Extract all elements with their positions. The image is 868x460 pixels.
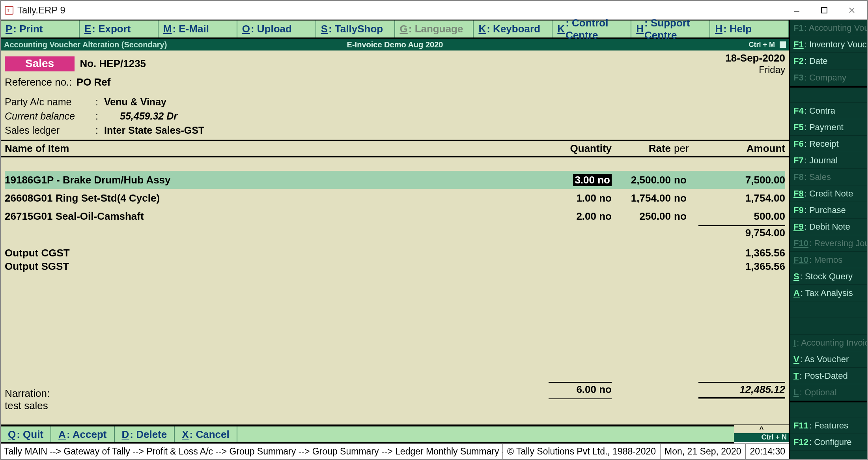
balance-label: Current balance [5, 109, 95, 123]
fkey-blank [790, 401, 867, 417]
calculator-caret[interactable]: ^ [734, 425, 789, 433]
voucher-day: Friday [725, 64, 785, 75]
sales-ledger-label: Sales ledger [5, 123, 95, 137]
statusbar: Tally MAIN --> Gateway of Tally --> Prof… [1, 443, 789, 459]
tax-row[interactable]: Output SGST1,365.56 [5, 260, 785, 273]
status-time: 20:14:30 [745, 444, 789, 459]
sales-ledger-value[interactable]: Inter State Sales-GST [104, 123, 204, 137]
item-rate[interactable]: 2,500.00 [612, 174, 671, 186]
action-delete[interactable]: D: Delete [115, 426, 175, 442]
fkey-f9debitnote[interactable]: F9: Debit Note [790, 219, 867, 235]
menu-tallyshop[interactable]: S: TallyShop [316, 21, 395, 37]
item-rate[interactable]: 250.00 [612, 210, 671, 223]
col-rate-header: Rate [612, 142, 671, 155]
action-accept[interactable]: A: Accept [51, 426, 114, 442]
party-label: Party A/c name [5, 95, 95, 109]
subbar-left: Accounting Voucher Alteration (Secondary… [4, 40, 167, 49]
action-quit[interactable]: Q: Quit [1, 426, 51, 442]
item-per: no [671, 192, 698, 204]
fkey-iaccountinginvoice: I: Accounting Invoice [790, 335, 867, 351]
menu-export[interactable]: E: Export [80, 21, 159, 37]
item-qty[interactable]: 3.00 no [549, 174, 612, 186]
fkey-f8sales: F8: Sales [790, 169, 867, 185]
fkey-f4contra[interactable]: F4: Contra [790, 103, 867, 119]
menu-upload[interactable]: O: Upload [237, 21, 316, 37]
fkey-ataxanalysis[interactable]: A: Tax Analysis [790, 285, 867, 301]
fkey-sstockquery[interactable]: S: Stock Query [790, 268, 867, 285]
app-window: T Tally.ERP 9 P: PrintE: ExportM: E-Mail… [0, 0, 868, 460]
item-qty[interactable]: 2.00 no [549, 210, 612, 223]
item-qty[interactable]: 1.00 no [549, 192, 612, 204]
col-amt-header: Amount [698, 142, 785, 155]
item-name[interactable]: 19186G1P - Brake Drum/Hub Assy [5, 174, 549, 186]
items-subtotal: 9,754.00 [698, 225, 785, 239]
fkey-f12configure[interactable]: F12: Configure [790, 434, 867, 451]
fkey-f6receipt[interactable]: F6: Receipt [790, 136, 867, 152]
tally-app-icon: T [4, 5, 14, 15]
reference-label: Reference no.: [5, 76, 72, 88]
fkey-f7journal[interactable]: F7: Journal [790, 152, 867, 169]
col-name-header: Name of Item [5, 142, 549, 155]
fkey-f9purchase[interactable]: F9: Purchase [790, 202, 867, 219]
fkey-panel: F1: Accounting VouchersF1: Inventory Vou… [789, 20, 867, 459]
fkey-f10reversingjournal: F10: Reversing Journal [790, 235, 867, 252]
menu-keyboard[interactable]: K: Keyboard [474, 21, 553, 37]
party-value[interactable]: Venu & Vinay [104, 95, 166, 109]
bottom-actions: Q: QuitA: AcceptD: DeleteX: Cancel [1, 425, 734, 443]
item-row[interactable]: 19186G1P - Brake Drum/Hub Assy3.00 no2,5… [5, 171, 785, 189]
maximize-button[interactable] [810, 1, 838, 19]
quantity-input[interactable]: 3.00 no [573, 174, 612, 186]
titlebar: T Tally.ERP 9 [1, 1, 867, 20]
minimize-button[interactable] [783, 1, 810, 19]
item-name[interactable]: 26608G01 Ring Set-Std(4 Cycle) [5, 192, 549, 204]
fkey-f1accountingvouchers: F1: Accounting Vouchers [790, 20, 867, 36]
window-title: Tally.ERP 9 [17, 5, 65, 16]
fkey-f8creditnote[interactable]: F8: Credit Note [790, 185, 867, 202]
svg-text:T: T [7, 8, 10, 13]
total-qty: 6.00 no [549, 382, 612, 399]
company-name: E-Invoice Demo Aug 2020 [347, 40, 443, 49]
voucher-no-label: No. HEP/1235 [77, 58, 146, 70]
item-per: no [671, 174, 698, 186]
balance-value: 55,459.32 Dr [104, 109, 177, 123]
col-qty-header: Quantity [549, 142, 612, 155]
status-date: Mon, 21 Sep, 2020 [660, 444, 745, 459]
fkey-f1inventoryvouchers[interactable]: F1: Inventory Vouchers [790, 36, 867, 53]
fkey-loptional: L: Optional [790, 384, 867, 401]
menu-e-mail[interactable]: M: E-Mail [159, 21, 237, 37]
copyright: © Tally Solutions Pvt Ltd., 1988-2020 [502, 444, 660, 459]
narration-value[interactable]: test sales [5, 400, 785, 412]
menu-controlcentre[interactable]: K: Control Centre [553, 21, 631, 37]
breadcrumb-bar: Accounting Voucher Alteration (Secondary… [1, 39, 789, 50]
item-name[interactable]: 26715G01 Seal-Oil-Camshaft [5, 210, 549, 223]
items-header: Name of Item Quantity Rate per Amount [1, 140, 789, 157]
voucher-type-pill[interactable]: Sales [5, 56, 75, 71]
maximize-pane-icon[interactable] [780, 41, 786, 48]
fkey-f3company: F3: Company [790, 69, 867, 86]
item-rate[interactable]: 1,754.00 [612, 192, 671, 204]
svg-rect-3 [821, 7, 827, 13]
fkey-vasvoucher[interactable]: V: As Voucher [790, 351, 867, 368]
col-per-header: per [671, 142, 698, 155]
item-amount: 1,754.00 [698, 192, 785, 204]
menu-print[interactable]: P: Print [1, 21, 80, 37]
top-menubar: P: PrintE: ExportM: E-MailO: UploadS: Ta… [1, 20, 789, 39]
reference-value[interactable]: PO Ref [77, 76, 111, 88]
total-amount: 12,485.12 [698, 382, 785, 399]
breadcrumb: Tally MAIN --> Gateway of Tally --> Prof… [1, 446, 502, 457]
item-row[interactable]: 26715G01 Seal-Oil-Camshaft2.00 no250.00n… [5, 207, 785, 225]
shortcut-hint: Ctrl + M [749, 41, 777, 49]
fkey-blank [790, 318, 867, 335]
menu-supportcentre[interactable]: H: Support Centre [631, 21, 710, 37]
action-cancel[interactable]: X: Cancel [175, 426, 237, 442]
item-per: no [671, 210, 698, 223]
fkey-tpost-dated[interactable]: T: Post-Dated [790, 368, 867, 384]
item-row[interactable]: 26608G01 Ring Set-Std(4 Cycle)1.00 no1,7… [5, 189, 785, 207]
fkey-f2date[interactable]: F2: Date [790, 53, 867, 69]
tax-row[interactable]: Output CGST1,365.56 [5, 246, 785, 260]
fkey-f5payment[interactable]: F5: Payment [790, 119, 867, 136]
close-button[interactable] [838, 1, 866, 19]
fkey-f11features[interactable]: F11: Features [790, 417, 867, 434]
voucher-date[interactable]: 18-Sep-2020 [725, 52, 785, 64]
menu-help[interactable]: H: Help [710, 21, 789, 37]
